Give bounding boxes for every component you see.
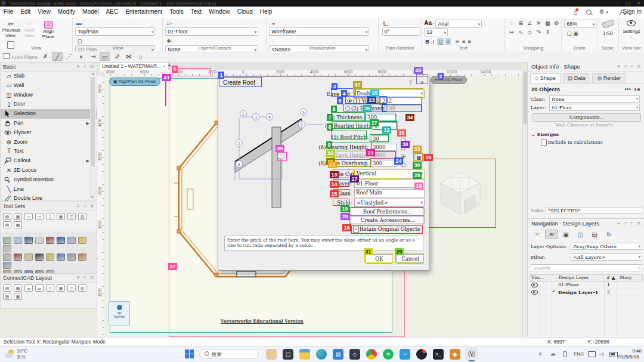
microphone-icon[interactable] bbox=[563, 351, 567, 357]
zoom-fit-icon[interactable]: ▣ bbox=[573, 30, 578, 36]
classes-icon[interactable]: ❖˅ bbox=[165, 38, 174, 45]
view-mode-select[interactable]: Top/Plan▾ bbox=[75, 27, 155, 36]
eye-icon[interactable] bbox=[627, 20, 636, 26]
basic-item-pan[interactable]: Pan▶ bbox=[1, 119, 97, 128]
weather-icon[interactable] bbox=[5, 349, 14, 359]
render-mode-select[interactable]: Wireframe▾ bbox=[269, 27, 369, 36]
unity-icon[interactable]: ◇ bbox=[349, 349, 360, 360]
layers-icon[interactable]: ▱˅ bbox=[165, 20, 174, 27]
scale-icon[interactable] bbox=[601, 19, 614, 29]
basic-item-flyover[interactable]: Flyover bbox=[1, 128, 97, 138]
weather-desc[interactable]: 多云 bbox=[17, 354, 26, 360]
tool-sets-header[interactable]: Tool Sets≡ ⌾ ✕ bbox=[1, 202, 97, 211]
toolset-icon[interactable]: ▦ bbox=[14, 221, 22, 228]
connectcad-header[interactable]: ConnectCAD Layout≡ ⌾ ✕ bbox=[1, 274, 97, 283]
basic-scrollbar[interactable]: ▲▼ bbox=[90, 72, 96, 199]
toolset-tool-icon[interactable] bbox=[46, 237, 54, 244]
menu-tools[interactable]: Tools bbox=[166, 7, 187, 17]
navigation-header[interactable]: Navigation - Design Layers≡ ? ⌾ ✕ bbox=[528, 218, 644, 227]
snapping-icon[interactable]: ▦ bbox=[543, 20, 552, 27]
toolset-tool-icon[interactable] bbox=[78, 237, 86, 244]
layer-options-select[interactable]: Gray/Snap Others▾ bbox=[571, 243, 642, 250]
design-layer-row[interactable]: ✓Design Layer-12 bbox=[530, 289, 643, 296]
connectcad-icon[interactable]: ▦ bbox=[14, 284, 22, 292]
toolset-icon[interactable]: ▭ bbox=[35, 213, 44, 220]
menu-cloud[interactable]: Cloud bbox=[234, 7, 256, 17]
toolset-tool-icon[interactable] bbox=[24, 237, 33, 244]
widgets-icon[interactable] bbox=[266, 349, 277, 360]
tray-chevron-icon[interactable]: ∧ bbox=[538, 351, 542, 357]
tab-shape[interactable]: ⬦ Shape bbox=[530, 73, 561, 83]
close-button[interactable]: ✕ bbox=[637, 0, 640, 7]
snapping-icon[interactable]: ⁘ bbox=[507, 20, 516, 27]
current-view-icon[interactable]: ▬˅ bbox=[75, 20, 84, 27]
language-indicator[interactable]: ENG bbox=[574, 351, 584, 357]
isometric-3d-viewport[interactable] bbox=[427, 159, 496, 228]
basic-item-selection[interactable]: Selection bbox=[1, 109, 97, 119]
toolset-icon[interactable]: ▭ bbox=[24, 213, 33, 220]
document-tab[interactable]: Untitled 1 - WATERMAR... ✕ bbox=[99, 62, 169, 70]
panel-header-icons[interactable]: ≡ ? ⌾ ✕ bbox=[617, 219, 642, 228]
snapping-icon[interactable]: ✕ bbox=[534, 20, 543, 27]
ms-store-icon[interactable]: ▤ bbox=[333, 349, 343, 360]
tab-close-icon[interactable]: ✕ bbox=[163, 64, 166, 69]
selection-mode-icon[interactable]: ⌂ bbox=[135, 52, 146, 61]
search-icon[interactable] bbox=[586, 10, 592, 15]
menu-window[interactable]: Window bbox=[205, 7, 234, 17]
menu-aec[interactable]: AEC bbox=[103, 7, 122, 17]
eave-overhang-input[interactable]: 300 bbox=[371, 160, 397, 167]
display-icon[interactable] bbox=[588, 351, 596, 357]
dialog-help-icon[interactable]: ? bbox=[409, 80, 412, 86]
align-fill-button[interactable]: ≡ bbox=[445, 38, 451, 45]
style-select[interactable]: <Unstyled>▾ bbox=[354, 199, 425, 207]
connectcad-icon[interactable]: ▤ bbox=[3, 293, 11, 300]
weather-temp[interactable]: 10°C bbox=[17, 348, 27, 354]
menu-view[interactable]: View bbox=[34, 7, 54, 17]
plan-rotation-input[interactable]: 0° bbox=[382, 27, 420, 36]
font-select[interactable]: Arial▾ bbox=[435, 20, 482, 28]
toolset-tool-icon[interactable] bbox=[3, 253, 11, 261]
snapping-icon[interactable]: ∠ bbox=[525, 20, 534, 27]
toolset-icon[interactable]: ▦ bbox=[57, 213, 65, 220]
menu-edit[interactable]: Edit bbox=[17, 7, 34, 17]
include-calculations-checkbox[interactable] bbox=[541, 140, 547, 146]
connectcad-icon[interactable]: ▭ bbox=[35, 284, 44, 292]
toolset-tool-icon[interactable] bbox=[14, 253, 22, 261]
isometric-viewport-pill[interactable]: etric 01-Floor bbox=[431, 76, 467, 84]
next-view-button[interactable]: NextView bbox=[21, 19, 38, 38]
active-layer-select[interactable]: 01-Floor▾ bbox=[165, 27, 258, 36]
view-thumbnail[interactable]: 2DTopPlan bbox=[109, 301, 130, 326]
basic-item-line[interactable]: ╲Line bbox=[1, 185, 97, 194]
speaker-icon[interactable]: ◅) bbox=[599, 351, 604, 357]
text-style-icon[interactable]: Aa bbox=[424, 20, 432, 26]
oi-layer-select[interactable]: 01-Floor▾ bbox=[549, 104, 640, 111]
selection-mode-icon[interactable]: ✗ bbox=[40, 52, 51, 61]
connectcad-icon[interactable]: ▤ bbox=[3, 284, 11, 292]
auto-plane-checkbox[interactable] bbox=[4, 53, 10, 59]
file-explorer-icon[interactable] bbox=[299, 349, 310, 360]
align-plane-button[interactable]: ⇩AlignPlane bbox=[40, 19, 57, 39]
menu-model[interactable]: Model bbox=[79, 7, 102, 17]
game-launcher-icon[interactable] bbox=[416, 349, 427, 360]
pin-toggle-icon[interactable]: ◖● bbox=[633, 86, 640, 92]
wall-closures-button[interactable]: Wall Closures at Inserts... bbox=[528, 122, 644, 128]
visibility-eye-icon[interactable] bbox=[531, 290, 538, 295]
toolset-tool-icon[interactable] bbox=[3, 237, 11, 244]
clock-date[interactable]: 2025/5/18 bbox=[618, 354, 639, 360]
chrome-icon[interactable]: · bbox=[366, 349, 377, 360]
render-mode-icon[interactable]: ◒ bbox=[269, 20, 278, 27]
viewport-label-pill[interactable]: ▣ Top/Plan 01-Floor bbox=[109, 78, 160, 86]
toolset-tool-icon[interactable] bbox=[35, 237, 44, 244]
nav-sheet-layers-icon[interactable]: ▣ bbox=[559, 230, 572, 240]
name-input[interactable]: *SELECTED* bbox=[546, 207, 642, 214]
selection-mode-icon[interactable]: ⋈ bbox=[123, 52, 134, 61]
basic-item-door[interactable]: ▯Door bbox=[1, 100, 97, 109]
components-button[interactable]: Components... bbox=[532, 113, 641, 122]
toolset-tool-icon[interactable] bbox=[35, 253, 44, 261]
onedrive-cloud-icon[interactable]: ☁ bbox=[550, 350, 556, 357]
menu-modify[interactable]: Modify bbox=[54, 7, 79, 17]
basic-item-wall[interactable]: ▭Wall bbox=[1, 81, 97, 91]
nav-classes-icon[interactable]: ⁙ bbox=[531, 230, 544, 240]
connectcad-icon[interactable]: ▭ bbox=[24, 284, 33, 292]
panel-header-icons[interactable]: ≡ ? ⌾ ✕ bbox=[617, 62, 642, 71]
